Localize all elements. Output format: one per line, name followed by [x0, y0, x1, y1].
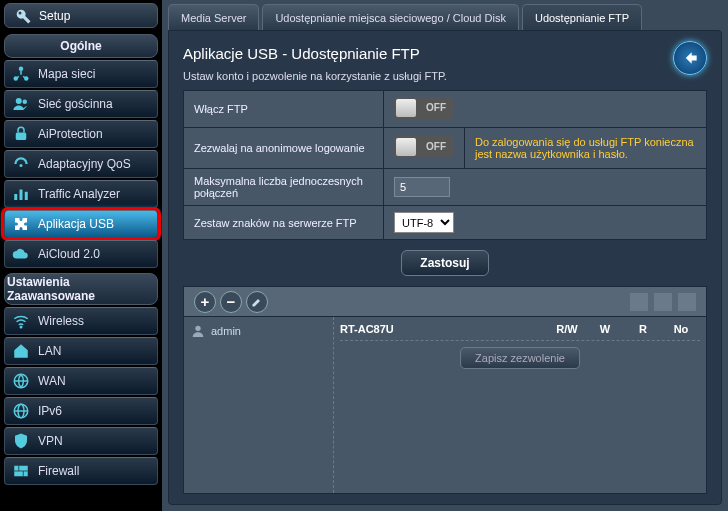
globe-icon — [11, 371, 31, 391]
svg-point-10 — [20, 326, 22, 328]
toggle-knob — [396, 138, 416, 156]
col-no: No — [662, 323, 700, 335]
anonymous-login-label: Zezwalaj na anonimowe logowanie — [184, 128, 384, 169]
cloud-icon — [11, 244, 31, 264]
wrench-icon — [13, 6, 33, 26]
nav-label: Wireless — [38, 314, 84, 328]
max-connections-label: Maksymalna liczba jednoczesnych połączeń — [184, 169, 384, 206]
svg-point-4 — [23, 100, 28, 105]
tab-ftp[interactable]: Udostępnianie FTP — [522, 4, 642, 30]
pencil-icon — [251, 296, 263, 308]
back-button[interactable] — [673, 41, 707, 75]
firewall-icon — [11, 461, 31, 481]
permissions-panel: RT-AC87U R/W W R No Zapisz zezwolenie — [334, 317, 706, 493]
sidebar-item-traffic[interactable]: Traffic Analyzer — [4, 180, 158, 208]
tab-cloud-disk[interactable]: Udostępnianie miejsca sieciowego / Cloud… — [262, 4, 519, 30]
remove-user-button[interactable]: − — [220, 291, 242, 313]
sidebar-item-firewall[interactable]: Firewall — [4, 457, 158, 485]
lock-icon — [11, 124, 31, 144]
svg-point-3 — [16, 98, 22, 104]
anonymous-note: Do zalogowania się do usługi FTP koniecz… — [475, 134, 696, 162]
wifi-icon — [11, 311, 31, 331]
tab-media-server[interactable]: Media Server — [168, 4, 259, 30]
setup-label: Setup — [39, 9, 70, 23]
setup-button[interactable]: Setup — [4, 3, 158, 28]
enable-ftp-label: Włącz FTP — [184, 91, 384, 128]
users-icon — [11, 94, 31, 114]
apply-button[interactable]: Zastosuj — [401, 250, 488, 276]
nav-label: AiProtection — [38, 127, 103, 141]
add-user-button[interactable]: + — [194, 291, 216, 313]
user-row[interactable]: admin — [190, 323, 327, 339]
gauge-icon — [11, 154, 31, 174]
puzzle-icon — [11, 214, 31, 234]
device-name: RT-AC87U — [340, 323, 548, 335]
advanced-header: Ustawienia Zaawansowane — [4, 273, 158, 305]
page-description: Ustaw konto i pozwolenie na korzystanie … — [183, 70, 707, 82]
shield-icon — [11, 431, 31, 451]
share-toolbar: + − — [184, 287, 706, 317]
enable-ftp-toggle[interactable]: OFF — [394, 97, 454, 119]
back-arrow-icon — [680, 48, 700, 68]
svg-rect-5 — [16, 133, 27, 141]
page-title: Aplikacje USB - Udostępnianie FTP — [183, 45, 707, 62]
toggle-state: OFF — [426, 97, 446, 119]
sidebar-item-usb[interactable]: Aplikacja USB — [4, 210, 158, 238]
anonymous-login-toggle[interactable]: OFF — [394, 136, 454, 158]
sidebar-item-guest[interactable]: Sieć gościnna — [4, 90, 158, 118]
charset-select[interactable]: UTF-8 — [394, 212, 454, 233]
sidebar-item-aiprotection[interactable]: AiProtection — [4, 120, 158, 148]
nav-label: Mapa sieci — [38, 67, 95, 81]
sidebar-item-ipv6[interactable]: IPv6 — [4, 397, 158, 425]
sidebar-item-lan[interactable]: LAN — [4, 337, 158, 365]
permissions-header: RT-AC87U R/W W R No — [340, 323, 700, 341]
share-panel: + − admin — [183, 286, 707, 494]
sidebar-item-qos[interactable]: Adaptacyjny QoS — [4, 150, 158, 178]
user-name: admin — [211, 325, 241, 337]
nav-label: Firewall — [38, 464, 79, 478]
nav-label: Adaptacyjny QoS — [38, 157, 131, 171]
user-icon — [190, 323, 206, 339]
toggle-state: OFF — [426, 136, 446, 158]
col-w: W — [586, 323, 624, 335]
charset-label: Zestaw znaków na serwerze FTP — [184, 206, 384, 240]
settings-table: Włącz FTP OFF Zezwalaj na anonimowe logo… — [183, 90, 707, 240]
save-permission-button[interactable]: Zapisz zezwolenie — [460, 347, 580, 369]
sidebar-item-map[interactable]: Mapa sieci — [4, 60, 158, 88]
nav-label: IPv6 — [38, 404, 62, 418]
svg-rect-7 — [14, 194, 17, 200]
max-connections-input[interactable] — [394, 177, 450, 197]
toggle-knob — [396, 99, 416, 117]
edit-user-button[interactable] — [246, 291, 268, 313]
sidebar-item-aicloud[interactable]: AiCloud 2.0 — [4, 240, 158, 268]
globe-wire-icon — [11, 401, 31, 421]
chart-icon — [11, 184, 31, 204]
svg-point-15 — [195, 326, 200, 331]
col-rw: R/W — [548, 323, 586, 335]
nav-label: Traffic Analyzer — [38, 187, 120, 201]
general-header: Ogólne — [4, 34, 158, 58]
svg-point-0 — [19, 67, 24, 72]
folder-remove-button[interactable] — [654, 293, 672, 311]
nav-label: LAN — [38, 344, 61, 358]
svg-rect-8 — [20, 190, 23, 201]
sidebar-item-vpn[interactable]: VPN — [4, 427, 158, 455]
home-icon — [11, 341, 31, 361]
folder-add-button[interactable] — [630, 293, 648, 311]
user-list: admin — [184, 317, 334, 493]
col-r: R — [624, 323, 662, 335]
sidebar-item-wan[interactable]: WAN — [4, 367, 158, 395]
folder-edit-button[interactable] — [678, 293, 696, 311]
nav-label: VPN — [38, 434, 63, 448]
nav-label: AiCloud 2.0 — [38, 247, 100, 261]
nav-label: WAN — [38, 374, 66, 388]
network-icon — [11, 64, 31, 84]
svg-rect-9 — [25, 192, 28, 200]
nav-label: Sieć gościnna — [38, 97, 113, 111]
sidebar-item-wireless[interactable]: Wireless — [4, 307, 158, 335]
svg-point-6 — [20, 164, 23, 167]
nav-label: Aplikacja USB — [38, 217, 114, 231]
